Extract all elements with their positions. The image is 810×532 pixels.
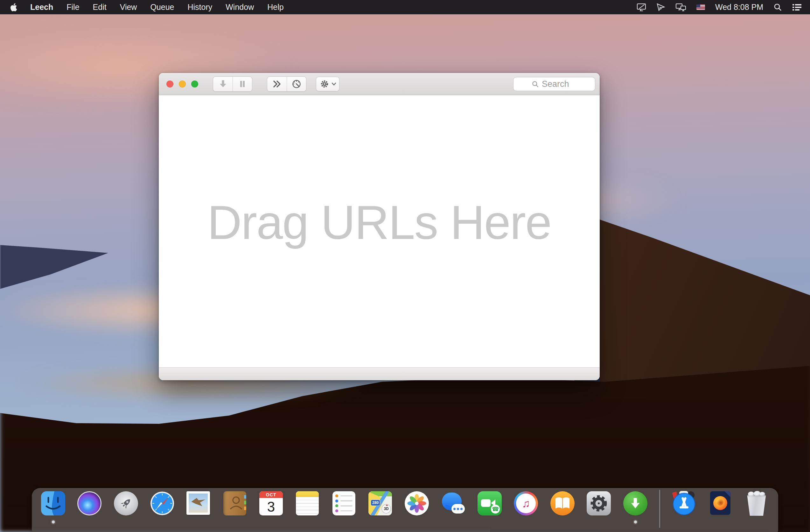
pause-icon	[238, 80, 246, 88]
menu-bar: Leech File Edit View Queue History Windo…	[0, 0, 810, 14]
search-input[interactable]	[542, 79, 577, 89]
resume-all-button[interactable]	[267, 77, 287, 91]
double-chevron-icon	[272, 80, 282, 88]
minimize-button[interactable]	[179, 81, 186, 87]
dock-icon-launchpad[interactable]	[114, 491, 139, 516]
siri-orb	[77, 491, 101, 515]
dock-icon-messages[interactable]	[441, 491, 466, 516]
pause-button[interactable]	[232, 77, 252, 91]
dock-icon-facetime[interactable]: ☎	[477, 491, 502, 516]
photos-pinwheel	[406, 492, 428, 515]
rocket-icon	[119, 496, 133, 510]
menu-history[interactable]: History	[181, 0, 219, 14]
search-field[interactable]	[513, 77, 595, 91]
menu-bar-clock[interactable]: Wed 8:08 PM	[715, 2, 763, 12]
dock-icon-photos[interactable]	[404, 491, 429, 516]
menu-help[interactable]: Help	[261, 0, 290, 14]
menu-bar-status-area: Wed 8:08 PM	[637, 2, 802, 12]
firefox-logo	[713, 496, 727, 510]
dock-icon-mail[interactable]	[186, 491, 211, 516]
pointer-icon[interactable]	[656, 3, 665, 12]
dock-icon-app-store[interactable]	[671, 491, 696, 516]
dock-icon-reminders[interactable]	[332, 491, 357, 516]
dock-icon-leech[interactable]	[623, 491, 648, 516]
dock-icon-firefox[interactable]	[708, 491, 733, 516]
running-indicator	[52, 520, 55, 523]
close-button[interactable]	[166, 81, 173, 87]
empty-state-message: Drag URLs Here	[207, 195, 551, 250]
dock-separator	[659, 490, 660, 528]
notification-center-icon[interactable]	[792, 3, 802, 11]
window-status-bar	[159, 368, 600, 380]
traffic-lights	[159, 81, 198, 87]
dock-icon-contacts[interactable]	[223, 491, 247, 516]
dock-icon-trash[interactable]	[744, 491, 769, 516]
dock-icon-system-preferences[interactable]	[586, 491, 611, 516]
screen-sharing-icon[interactable]	[637, 3, 646, 12]
zoom-button[interactable]	[191, 81, 198, 87]
open-book-icon	[555, 496, 570, 510]
dock-icon-maps[interactable]: 280 3D	[368, 491, 393, 516]
download-list-dropzone[interactable]: Drag URLs Here	[159, 95, 600, 368]
download-arrow-icon	[627, 495, 643, 511]
calendar-day: 3	[259, 498, 283, 515]
calendar-month: OCT	[259, 491, 283, 498]
actions-dropdown-button[interactable]	[316, 77, 339, 91]
transfer-controls-group	[213, 76, 252, 92]
maps-highway-shield: 280	[371, 500, 380, 506]
contacts-tab	[244, 501, 246, 504]
spotlight-search-icon[interactable]	[773, 3, 782, 12]
gear-icon	[320, 79, 329, 89]
document-fold	[725, 491, 730, 497]
menu-queue[interactable]: Queue	[144, 0, 181, 14]
dock-icon-books[interactable]	[550, 491, 575, 516]
dock: OCT 3 280 3D	[32, 488, 778, 532]
itunes-note: ♫	[516, 494, 536, 513]
window-toolbar	[159, 73, 600, 95]
queue-controls-group	[267, 76, 306, 92]
menu-window[interactable]: Window	[219, 0, 261, 14]
chevron-down-icon	[331, 82, 336, 85]
menu-file[interactable]: File	[60, 0, 86, 14]
apple-logo-icon	[10, 3, 17, 12]
menu-edit[interactable]: Edit	[86, 0, 113, 14]
dock-icon-notes[interactable]	[295, 491, 320, 516]
running-indicator	[634, 520, 637, 523]
dock-icon-finder[interactable]	[41, 491, 66, 516]
dock-icon-safari[interactable]	[150, 491, 175, 516]
facetime-camera	[481, 499, 490, 507]
contacts-tab	[244, 506, 246, 510]
menu-bar-left: Leech File Edit View Queue History Windo…	[8, 0, 290, 14]
mail-eagle	[191, 498, 205, 506]
dock-icon-siri[interactable]	[77, 491, 102, 516]
flag-canton	[696, 4, 700, 7]
speedometer-icon	[291, 79, 302, 89]
input-source-us-flag-icon[interactable]	[696, 4, 705, 10]
maps-3d-compass: 3D	[382, 504, 391, 514]
download-arrow-icon	[218, 79, 228, 89]
displays-icon[interactable]	[676, 3, 686, 12]
search-icon	[532, 81, 539, 88]
messages-typing-bubble	[451, 504, 465, 514]
contacts-tab	[244, 495, 246, 499]
speed-limit-button[interactable]	[287, 77, 306, 91]
notes-yellow-band	[296, 491, 319, 497]
menu-view[interactable]: View	[113, 0, 144, 14]
menu-app-name[interactable]: Leech	[23, 0, 60, 14]
leech-window: Drag URLs Here	[159, 73, 600, 380]
dock-icon-calendar[interactable]: OCT 3	[259, 491, 284, 516]
apple-menu[interactable]	[8, 3, 23, 12]
facetime-phone: ☎	[491, 505, 500, 514]
notes-lines	[296, 497, 319, 515]
trash-can	[745, 495, 768, 516]
dock-icon-itunes[interactable]: ♫	[514, 491, 538, 516]
download-button[interactable]	[213, 77, 232, 91]
gear-icon	[589, 494, 609, 513]
